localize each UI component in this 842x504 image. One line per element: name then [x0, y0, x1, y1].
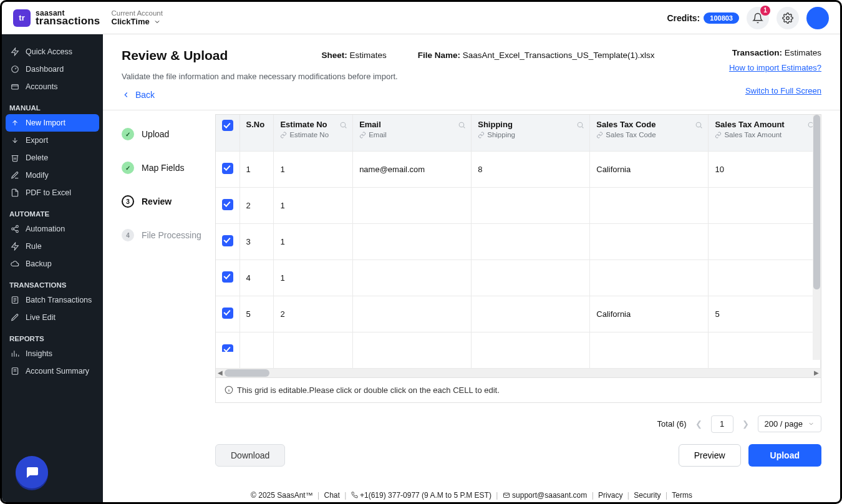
sidebar-item-dashboard[interactable]: Dashboard: [2, 61, 103, 78]
table-row[interactable]: 3 1: [216, 223, 821, 259]
pager-page[interactable]: 1: [711, 415, 733, 433]
sidebar-item-delete[interactable]: Delete: [2, 149, 103, 167]
link-icon: [359, 132, 366, 138]
notif-badge: 1: [760, 6, 770, 16]
header-select-all[interactable]: [216, 115, 240, 151]
bars-icon: [11, 349, 19, 358]
search-icon[interactable]: [695, 121, 703, 131]
sidebar-item-backup[interactable]: Backup: [2, 255, 103, 273]
preview-button[interactable]: Preview: [679, 444, 741, 467]
back-button[interactable]: Back: [122, 90, 155, 100]
row-checkbox[interactable]: [216, 296, 240, 332]
file-meta: File Name: SaasAnt_Excel_Transactions_US…: [418, 51, 655, 60]
sidebar-item-label: Account Summary: [26, 367, 89, 376]
pencil-icon: [11, 171, 19, 180]
fullscreen-link[interactable]: Switch to Full Screen: [745, 86, 821, 95]
pager-next[interactable]: ❯: [742, 419, 749, 429]
footer-security[interactable]: Security: [634, 491, 661, 500]
account-value: ClickTime: [112, 17, 150, 26]
column-header-sno[interactable]: S.No: [240, 115, 274, 151]
sidebar-item-new-import[interactable]: New Import: [6, 114, 99, 132]
sidebar-section-manual: MANUAL: [2, 95, 103, 114]
table-row[interactable]: 4 1: [216, 259, 821, 296]
column-header-email[interactable]: Email Email: [353, 115, 472, 151]
row-checkbox[interactable]: [216, 151, 240, 187]
svg-point-6: [16, 230, 19, 233]
row-checkbox[interactable]: [216, 332, 240, 368]
upload-button[interactable]: Upload: [748, 444, 821, 467]
sidebar-item-insights[interactable]: Insights: [2, 345, 103, 362]
step-map-fields[interactable]: ✓ Map Fields: [122, 162, 215, 174]
vertical-scrollbar[interactable]: [813, 115, 821, 360]
table-row[interactable]: 2 1: [216, 187, 821, 223]
mail-icon: [503, 492, 510, 499]
lightning-icon: [11, 242, 19, 251]
sidebar-item-label: Rule: [26, 242, 42, 251]
account-selector[interactable]: Current Account ClickTime: [112, 9, 163, 26]
page-title: Review & Upload: [122, 48, 228, 63]
scroll-left-icon[interactable]: ◀: [216, 369, 225, 377]
transaction-meta: Transaction: Estimates: [732, 48, 821, 57]
help-link[interactable]: How to import Estimates?: [729, 63, 821, 72]
table-row[interactable]: 5 2 California 5: [216, 296, 821, 332]
cell-email[interactable]: name@email.com: [353, 151, 472, 187]
sidebar-item-live-edit[interactable]: Live Edit: [2, 309, 103, 326]
search-icon[interactable]: [576, 121, 584, 131]
column-header-sales-tax-amount[interactable]: Sales Tax Amount Sales Tax Amount: [709, 115, 821, 151]
sidebar-item-automation[interactable]: Automation: [2, 220, 103, 238]
svg-point-4: [16, 225, 19, 228]
cell-shipping[interactable]: 8: [472, 151, 590, 187]
chat-icon: [24, 465, 39, 480]
cloud-icon: [11, 259, 19, 268]
sidebar-item-modify[interactable]: Modify: [2, 167, 103, 184]
cell-sno[interactable]: 1: [240, 151, 274, 187]
export-icon: [11, 136, 19, 145]
sidebar-item-batch-transactions[interactable]: Batch Transactions: [2, 291, 103, 309]
cell-estimate-no[interactable]: 1: [274, 151, 353, 187]
column-header-estimate-no[interactable]: Estimate No Estimate No: [274, 115, 353, 151]
sidebar-item-rule[interactable]: Rule: [2, 238, 103, 255]
row-checkbox[interactable]: [216, 223, 240, 259]
cell-taxamt[interactable]: 10: [709, 151, 821, 187]
sidebar-item-account-summary[interactable]: Account Summary: [2, 362, 103, 380]
table-row[interactable]: 1 1 name@email.com 8 California 10: [216, 151, 821, 187]
horizontal-scrollbar[interactable]: ◀ ▶: [216, 369, 821, 377]
footer: © 2025 SaasAnt™ | Chat | +1(619) 377-097…: [103, 487, 840, 502]
svg-marker-7: [12, 243, 19, 250]
sidebar-item-accounts[interactable]: Accounts: [2, 78, 103, 95]
footer-terms[interactable]: Terms: [672, 491, 692, 500]
step-review[interactable]: 3 Review: [122, 195, 215, 208]
step-upload[interactable]: ✓ Upload: [122, 128, 215, 140]
scroll-right-icon[interactable]: ▶: [812, 369, 821, 377]
table-row[interactable]: [216, 332, 821, 368]
credits-pill[interactable]: 100803: [704, 12, 739, 24]
search-icon[interactable]: [458, 121, 466, 131]
chat-fab[interactable]: [16, 456, 48, 488]
row-checkbox[interactable]: [216, 187, 240, 223]
svg-marker-1: [12, 48, 19, 56]
pager-prev[interactable]: ❮: [695, 419, 702, 429]
search-icon[interactable]: [339, 121, 347, 131]
notifications-button[interactable]: 1: [747, 7, 769, 29]
footer-privacy[interactable]: Privacy: [598, 491, 622, 500]
main: Review & Upload Sheet: Estimates File Na…: [103, 34, 840, 502]
footer-email[interactable]: support@saasant.com: [512, 491, 587, 500]
download-button[interactable]: Download: [215, 444, 285, 467]
credits: Credits: 100803: [667, 12, 739, 24]
chevron-down-icon: [153, 18, 161, 26]
row-checkbox[interactable]: [216, 259, 240, 296]
svg-point-12: [578, 122, 583, 127]
pager-perpage[interactable]: 200 / page: [758, 415, 821, 432]
sidebar-item-label: New Import: [26, 119, 65, 127]
sidebar-item-quick-access[interactable]: Quick Access: [2, 43, 103, 61]
avatar[interactable]: [806, 7, 829, 29]
footer-chat[interactable]: Chat: [324, 491, 339, 500]
column-header-shipping[interactable]: Shipping Shipping: [472, 115, 590, 151]
doc-icon: [11, 296, 19, 304]
column-header-sales-tax-code[interactable]: Sales Tax Code Sales Tax Code: [590, 115, 709, 151]
cell-taxcode[interactable]: California: [590, 151, 709, 187]
sidebar-item-label: Quick Access: [26, 47, 72, 56]
settings-button[interactable]: [777, 7, 799, 29]
sidebar-item-pdf-to-excel[interactable]: PDF to Excel: [2, 184, 103, 201]
sidebar-item-export[interactable]: Export: [2, 132, 103, 149]
